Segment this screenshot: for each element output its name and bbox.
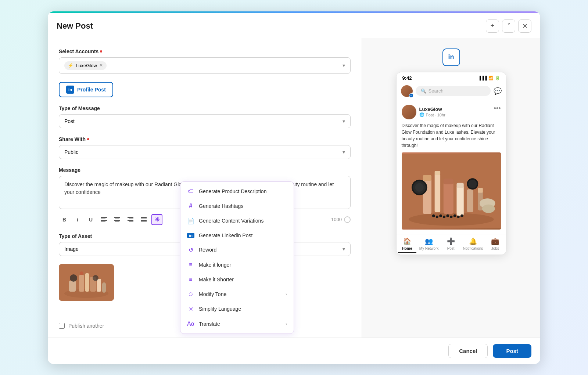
item-icon-generate-linkedin: in	[187, 233, 194, 238]
svg-point-46	[436, 216, 438, 218]
item-label-generate-hashtags: Generate Hashtags	[199, 203, 243, 209]
item-icon-modify-tone: ☺	[187, 291, 194, 298]
signal-icon: ▐▐▐	[478, 76, 487, 80]
svg-rect-0	[101, 217, 107, 218]
right-panel: in 9:42 ▐▐▐ 📶 🔋 +	[362, 38, 540, 338]
phone-avatar-small: +	[401, 85, 413, 97]
svg-rect-3	[101, 221, 105, 222]
phone-frame: 9:42 ▐▐▐ 📶 🔋 + 🔍 Search	[396, 72, 506, 255]
accounts-select[interactable]: ⚡ LuxeGlow ✕ ▾	[59, 57, 351, 74]
svg-rect-9	[129, 219, 133, 219]
phone-avatar-badge: +	[409, 93, 413, 98]
dropdown-item-generate-product[interactable]: 🏷Generate Product Description	[180, 184, 294, 199]
post-button[interactable]: Post	[493, 344, 531, 358]
dropdown-item-modify-tone[interactable]: ☺Modify Tone›	[180, 287, 294, 302]
add-button[interactable]: +	[486, 19, 499, 33]
item-icon-make-shorter: ≡	[187, 276, 194, 283]
phone-username: LuxeGlow	[419, 107, 445, 112]
svg-point-50	[450, 216, 452, 218]
item-icon-generate-hashtags: #	[187, 203, 194, 209]
post-image-svg	[402, 152, 501, 230]
item-label-translate: Translate	[199, 321, 220, 327]
post-type-button[interactable]: in Profile Post	[59, 82, 113, 97]
svg-rect-11	[129, 221, 133, 222]
align-right-button[interactable]	[125, 214, 136, 225]
item-arrow-modify-tone: ›	[286, 292, 287, 297]
cancel-button[interactable]: Cancel	[448, 344, 488, 358]
svg-point-49	[446, 214, 449, 217]
ai-star-button[interactable]: ✳	[151, 214, 162, 225]
svg-rect-12	[141, 217, 147, 218]
item-label-reword: Reword	[199, 247, 216, 253]
post-options-icon[interactable]: •••	[494, 105, 501, 112]
svg-point-40	[415, 183, 423, 191]
chip-close-icon[interactable]: ✕	[99, 63, 103, 68]
dropdown-item-make-longer[interactable]: ≡Make it longer	[180, 257, 294, 272]
dropdown-item-generate-linkedin[interactable]: inGenerate Linkedin Post	[180, 228, 294, 242]
account-chip-label: LuxeGlow	[76, 63, 97, 68]
phone-status-bar: 9:42 ▐▐▐ 📶 🔋	[397, 72, 506, 84]
item-label-make-shorter: Make it Shorter	[199, 277, 234, 282]
close-button[interactable]: ✕	[518, 19, 531, 33]
svg-point-42	[468, 180, 477, 188]
battery-icon: 🔋	[495, 76, 500, 80]
message-type-select[interactable]: Post ▾	[59, 114, 351, 128]
bold-button[interactable]: B	[59, 214, 70, 225]
svg-rect-13	[141, 219, 147, 219]
nav-network-label: My Network	[419, 246, 439, 250]
post-type-section: in Profile Post	[59, 82, 351, 97]
italic-button[interactable]: I	[72, 214, 83, 225]
nav-item-post[interactable]: ➕ Post	[442, 237, 460, 253]
nav-item-notifications[interactable]: 🔔 Notifications	[463, 237, 483, 253]
share-with-select[interactable]: Public ▾	[59, 145, 351, 159]
message-icon[interactable]: 💬	[494, 87, 502, 95]
phone-post-user: LuxeGlow 🌐 Post · 10hr	[402, 105, 445, 119]
linkedin-badge-small: in	[66, 86, 74, 94]
svg-rect-7	[115, 221, 119, 222]
select-accounts-label: Select Accounts	[59, 48, 351, 54]
phone-search-field[interactable]: 🔍 Search	[416, 86, 491, 96]
item-label-generate-product: Generate Product Description	[199, 188, 266, 194]
modal-title: New Post	[57, 21, 93, 31]
item-icon-translate: Aα	[187, 321, 194, 327]
publish-another-checkbox[interactable]	[59, 323, 65, 329]
collapse-button[interactable]: ˅	[502, 19, 515, 33]
svg-rect-6	[114, 220, 120, 221]
search-placeholder: Search	[429, 88, 444, 94]
item-icon-simplify: ✳	[187, 306, 194, 313]
svg-point-24	[93, 275, 98, 281]
align-center-button[interactable]	[112, 214, 123, 225]
phone-search-bar: + 🔍 Search 💬	[397, 84, 506, 100]
type-of-message-section: Type of Message Post ▾	[59, 105, 351, 128]
required-dot	[100, 50, 102, 53]
share-with-chevron: ▾	[343, 149, 345, 155]
dropdown-item-reword[interactable]: ↺Reword	[180, 242, 294, 257]
dropdown-item-translate[interactable]: AαTranslate›	[180, 317, 294, 331]
modal-header: New Post + ˅ ✕	[48, 13, 540, 38]
svg-point-28	[409, 213, 494, 226]
phone-post-meta: 🌐 Post · 10hr	[419, 112, 445, 117]
select-accounts-section: Select Accounts ⚡ LuxeGlow ✕ ▾	[59, 48, 351, 74]
globe-icon: 🌐	[419, 112, 424, 117]
justify-button[interactable]	[138, 214, 149, 225]
nav-item-jobs[interactable]: 💼 Jobs	[486, 237, 504, 253]
item-icon-generate-product: 🏷	[187, 188, 194, 195]
svg-rect-36	[456, 183, 463, 188]
modal-container: New Post + ˅ ✕ Select Accounts ⚡ Lux	[48, 11, 540, 364]
svg-rect-37	[467, 189, 473, 212]
align-left-button[interactable]	[98, 214, 110, 225]
svg-rect-19	[85, 273, 89, 292]
ai-dropdown-menu: 🏷Generate Product Description#Generate H…	[180, 181, 294, 334]
nav-item-network[interactable]: 👥 My Network	[419, 237, 439, 253]
svg-rect-34	[443, 179, 453, 184]
nav-item-home[interactable]: 🏠 Home	[398, 237, 416, 253]
dropdown-item-generate-hashtags[interactable]: #Generate Hashtags	[180, 199, 294, 213]
dropdown-item-generate-content[interactable]: 📄Generate Content Variations	[180, 213, 294, 228]
dropdown-item-make-shorter[interactable]: ≡Make it Shorter	[180, 272, 294, 287]
dropdown-item-simplify[interactable]: ✳Simplify Language	[180, 302, 294, 317]
item-icon-make-longer: ≡	[187, 262, 194, 268]
asset-type-chevron: ▾	[343, 246, 345, 252]
home-icon: 🏠	[403, 237, 411, 245]
underline-button[interactable]: U	[85, 214, 96, 225]
share-with-value: Public	[64, 149, 78, 155]
